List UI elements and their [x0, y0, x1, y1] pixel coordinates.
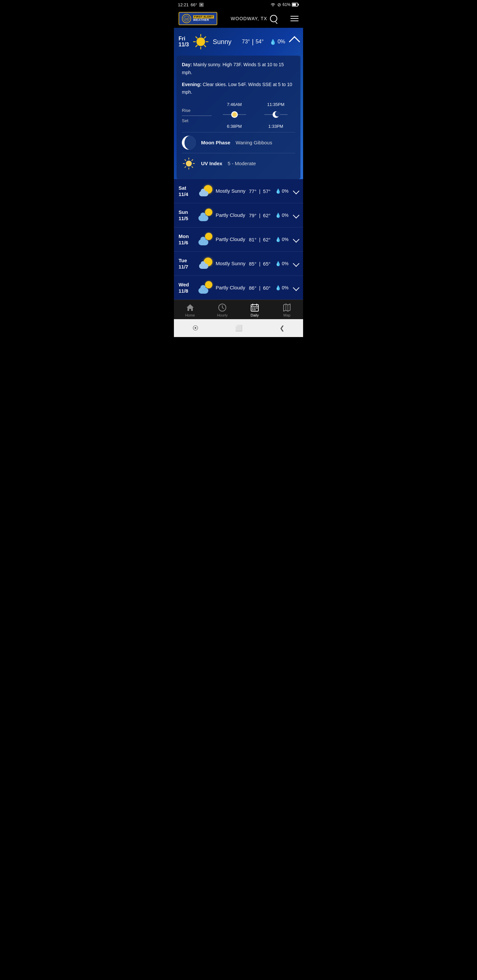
evening-description: Evening: Clear skies. Low 54F. Winds SSE… [182, 81, 295, 97]
logo[interactable]: 10 FIRST ALERT WEATHER [179, 12, 217, 25]
forecast-high: 86° [249, 285, 256, 291]
menu-button[interactable] [290, 16, 298, 21]
no-signal-icon: ⊘ [277, 2, 281, 7]
sys-back[interactable]: ❮ [272, 323, 292, 334]
expand-icon[interactable] [293, 285, 300, 291]
svg-line-11 [196, 37, 198, 38]
set-label: Set [182, 117, 212, 124]
sun-rise-time: 7:46AM [215, 101, 254, 108]
day-prefix: Day: [182, 62, 192, 67]
nav-hourly[interactable]: Hourly [212, 303, 232, 317]
forecast-low: 62° [263, 237, 271, 242]
current-day-row[interactable]: Fri 11/3 Sunny 73° | 54° 💧 0% [174, 28, 303, 56]
current-temps: 73° | 54° [242, 38, 264, 46]
forecast-row[interactable]: Wed 11/8 Partly Cloudy 86° | 60° 💧 0% [174, 276, 303, 300]
expand-icon[interactable] [293, 236, 300, 243]
forecast-precip: 💧 0% [275, 213, 289, 218]
sun-set-time: 6:38PM [215, 123, 254, 130]
expand-icon[interactable] [293, 188, 300, 194]
location-text: WOODWAY, TX [231, 16, 267, 21]
weather-content: Fri 11/3 Sunny 73° | 54° 💧 0% [174, 28, 303, 300]
moon-phase-row: Moon Phase Waning Gibbous [182, 132, 295, 153]
sun-timeline-icon [223, 110, 246, 119]
svg-line-28 [192, 159, 193, 161]
forecast-low: 60° [263, 285, 271, 291]
forecast-precip: 💧 0% [275, 285, 289, 290]
search-icon[interactable] [270, 15, 277, 22]
svg-line-29 [185, 167, 186, 167]
sys-home[interactable]: ⬜ [227, 323, 250, 334]
sys-recents[interactable]: ⦿ [185, 323, 206, 334]
rise-label: Rise [182, 107, 212, 114]
logo-weather: WEATHER [193, 19, 214, 22]
nav-home-label: Home [185, 313, 195, 317]
moon-rise-set-times: 11:35PM 1:33PM [256, 101, 295, 130]
svg-rect-2 [298, 4, 299, 6]
sun-rise-set-times: 7:46AM 6:38PM [215, 101, 254, 130]
forecast-row[interactable]: Sun 11/5 Partly Cloudy 79° | 62° 💧 0% [174, 203, 303, 228]
forecast-condition: Partly Cloudy [215, 212, 246, 218]
forecast-day: Sun 11/5 [179, 209, 196, 222]
precip-icon: 💧 [275, 237, 281, 242]
moon-phase-label: Moon Phase [201, 138, 230, 147]
day-detail-panel: Day: Mainly sunny. High 73F. Winds S at … [177, 56, 300, 179]
current-low: 54° [256, 39, 264, 45]
moon-phase-value: Waning Gibbous [236, 138, 272, 147]
uv-index-value: 5 - Moderate [228, 159, 256, 168]
svg-line-27 [192, 167, 193, 167]
forecast-condition: Mostly Sunny [215, 188, 246, 194]
svg-rect-40 [252, 309, 254, 310]
current-high: 73° [242, 39, 250, 45]
wifi-icon [270, 2, 276, 7]
nav-hourly-label: Hourly [217, 313, 228, 317]
app-header: 10 FIRST ALERT WEATHER WOODWAY, TX [174, 9, 303, 28]
forecast-low: 65° [263, 261, 271, 267]
calendar-icon [250, 303, 259, 312]
map-icon [282, 303, 291, 312]
forecast-temps: 77° | 57° [249, 188, 270, 194]
svg-line-14 [196, 45, 198, 47]
svg-line-26 [185, 159, 186, 161]
forecast-low: 57° [263, 188, 271, 194]
forecast-day: Mon 11/6 [179, 233, 196, 246]
forecast-temps: 86° | 60° [249, 285, 270, 291]
nav-map[interactable]: Map [277, 303, 297, 317]
forecast-icon [198, 184, 213, 198]
expand-icon[interactable] [293, 212, 300, 218]
forecast-temps: 79° | 62° [249, 213, 270, 218]
expand-chevron[interactable] [289, 36, 300, 47]
svg-line-32 [222, 307, 223, 309]
bottom-nav: Home Hourly Daily Map [174, 300, 303, 319]
logo-text: FIRST ALERT WEATHER [193, 15, 214, 22]
expand-icon[interactable] [293, 260, 300, 267]
forecast-day: Sat 11/4 [179, 185, 196, 198]
svg-rect-41 [254, 309, 255, 310]
location-display[interactable]: WOODWAY, TX [231, 15, 277, 22]
forecast-day: Wed 11/8 [179, 282, 196, 294]
home-icon [186, 303, 195, 312]
forecast-icon [198, 256, 213, 271]
nav-map-label: Map [284, 313, 290, 317]
forecast-condition: Mostly Sunny [215, 260, 246, 267]
forecast-row[interactable]: Sat 11/4 Mostly Sunny 77° | 57° 💧 0% [174, 179, 303, 203]
status-time: 12:21 [178, 2, 189, 7]
forecast-high: 79° [249, 213, 256, 218]
moon-phase-icon [182, 136, 196, 150]
svg-marker-42 [284, 304, 290, 311]
forecast-row[interactable]: Tue 11/7 Mostly Sunny 85° | 65° 💧 0% [174, 251, 303, 276]
forecast-row[interactable]: Mon 11/6 Partly Cloudy 81° | 62° 💧 0% [174, 228, 303, 251]
nav-daily[interactable]: Daily [245, 303, 265, 317]
forecast-day: Tue 11/7 [179, 257, 196, 270]
precip-icon: 💧 [275, 261, 281, 266]
forecast-icon [198, 208, 213, 223]
forecast-precip: 💧 0% [275, 237, 289, 242]
nav-home[interactable]: Home [180, 303, 200, 317]
svg-rect-38 [254, 307, 255, 309]
forecast-precip: 💧 0% [275, 261, 289, 266]
precip-icon: 💧 [275, 188, 281, 194]
status-right: ⊘ 61% [270, 2, 299, 7]
clock-icon [218, 303, 227, 312]
svg-rect-37 [252, 307, 254, 309]
status-left: 12:21 66° ✕ [178, 2, 204, 7]
moon-timeline-icon [264, 110, 287, 119]
